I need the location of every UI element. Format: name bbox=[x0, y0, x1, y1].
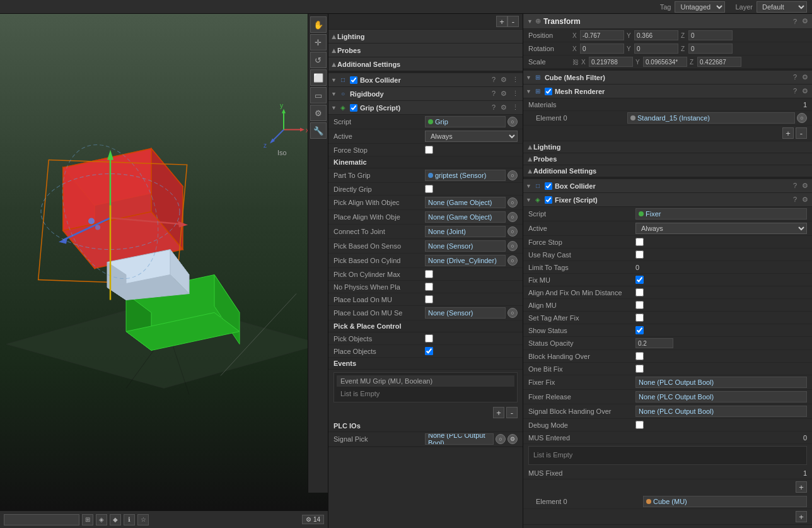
place-align-picker[interactable]: ○ bbox=[508, 212, 518, 222]
tool-rect[interactable]: ▭ bbox=[310, 87, 327, 103]
transform-menu[interactable]: ⚙ bbox=[802, 17, 808, 25]
mesh-renderer-settings[interactable]: ⚙ bbox=[801, 87, 809, 95]
box-collider-settings[interactable]: ⚙ bbox=[499, 76, 508, 84]
place-load-sensor-picker[interactable]: ○ bbox=[508, 308, 518, 318]
no-physics-checkbox[interactable] bbox=[425, 283, 433, 291]
grip-menu[interactable]: ⋮ bbox=[511, 103, 520, 112]
part-to-grip-ref[interactable]: griptest (Sensor) bbox=[425, 170, 506, 181]
box-collider-checkbox[interactable] bbox=[350, 76, 357, 84]
block-handing-checkbox[interactable] bbox=[635, 352, 644, 360]
fixer-release-ref[interactable]: None (PLC Output Bool) bbox=[635, 391, 807, 402]
fixer-settings[interactable]: ⚙ bbox=[801, 196, 809, 204]
fixer-script-header[interactable]: ▼ ◈ Fixer (Script) ? ⚙ bbox=[523, 193, 812, 207]
place-align-ref[interactable]: None (Game Object) bbox=[425, 211, 506, 223]
viewport-icon-3[interactable]: ◆ bbox=[110, 514, 121, 525]
position-z-input[interactable] bbox=[688, 30, 733, 40]
fixer-script-ref[interactable]: Fixer bbox=[635, 208, 807, 220]
pick-cylinder-picker[interactable]: ○ bbox=[508, 255, 518, 266]
pick-cyl-max-checkbox[interactable] bbox=[425, 270, 433, 278]
mesh-element0-picker[interactable]: ○ bbox=[797, 113, 807, 123]
tool-move[interactable]: ✛ bbox=[310, 34, 327, 50]
pick-objects-checkbox[interactable] bbox=[425, 334, 433, 343]
events-remove-btn[interactable]: - bbox=[506, 407, 518, 418]
position-y-input[interactable] bbox=[634, 30, 678, 40]
right-lighting-header[interactable]: ▶ Lighting bbox=[523, 141, 812, 153]
mus-fixed-remove-btn[interactable]: + bbox=[796, 511, 807, 522]
viewport-icon-1[interactable]: ⊞ bbox=[82, 514, 93, 525]
viewport-search[interactable] bbox=[4, 514, 79, 525]
transform-help[interactable]: ? bbox=[793, 18, 797, 25]
rotation-z-input[interactable] bbox=[688, 44, 733, 54]
cube-mesh-filter-header[interactable]: ▼ ⊞ Cube (Mesh Filter) ? ⚙ bbox=[523, 71, 812, 85]
mesh-renderer-help[interactable]: ? bbox=[792, 87, 798, 95]
fixer-ray-cast-checkbox[interactable] bbox=[635, 250, 644, 259]
connect-joint-picker[interactable]: ○ bbox=[508, 226, 518, 237]
fixer-help[interactable]: ? bbox=[792, 196, 798, 204]
position-x-input[interactable] bbox=[580, 30, 624, 40]
pick-align-picker[interactable]: ○ bbox=[508, 197, 518, 208]
tool-scale[interactable]: ⬜ bbox=[310, 69, 327, 86]
grip-script-picker[interactable]: ○ bbox=[508, 117, 518, 127]
tool-hand[interactable]: ✋ bbox=[310, 16, 327, 33]
mesh-renderer-checkbox[interactable] bbox=[545, 88, 552, 95]
one-bit-fix-checkbox[interactable] bbox=[635, 365, 644, 373]
cube-mf-settings[interactable]: ⚙ bbox=[801, 73, 809, 81]
connect-joint-ref[interactable]: None (Joint) bbox=[425, 226, 506, 237]
tool-custom[interactable]: 🔧 bbox=[310, 122, 327, 139]
box-collider-help[interactable]: ? bbox=[490, 76, 497, 84]
right-bc-help[interactable]: ? bbox=[792, 182, 798, 190]
grip-script-ref[interactable]: Grip bbox=[425, 116, 506, 127]
right-box-collider-header[interactable]: ▼ □ Box Collider ? ⚙ bbox=[523, 179, 812, 193]
cube-mf-help[interactable]: ? bbox=[792, 73, 798, 81]
rigidbody-menu[interactable]: ⋮ bbox=[511, 90, 520, 98]
mesh-renderer-header[interactable]: ▼ ⊞ Mesh Renderer ? ⚙ bbox=[523, 85, 812, 98]
scale-link-icon[interactable]: ⛓ bbox=[572, 59, 579, 66]
right-additional-header[interactable]: ▶ Additional Settings bbox=[523, 165, 812, 177]
right-probes-header[interactable]: ▶ Probes bbox=[523, 153, 812, 165]
layer-dropdown[interactable]: Default bbox=[757, 1, 807, 13]
align-mu-checkbox[interactable] bbox=[635, 301, 644, 309]
remove-component-btn[interactable]: - bbox=[508, 16, 519, 27]
directly-grip-checkbox[interactable] bbox=[425, 185, 433, 193]
scale-z-input[interactable] bbox=[697, 57, 741, 67]
right-bc-settings[interactable]: ⚙ bbox=[801, 182, 809, 190]
status-opacity-input[interactable] bbox=[635, 338, 673, 348]
rotation-y-input[interactable] bbox=[634, 44, 678, 54]
rigidbody-header[interactable]: ▼ ○ Rigidbody ? ⚙ ⋮ bbox=[328, 87, 523, 101]
fixer-active-dropdown[interactable]: Always bbox=[635, 223, 807, 234]
materials-add-btn[interactable]: + bbox=[782, 127, 794, 139]
grip-checkbox[interactable] bbox=[350, 104, 357, 112]
mesh-element0-ref[interactable]: Standard_15 (Instance) bbox=[627, 112, 795, 124]
lighting-header[interactable]: ▶ Lighting bbox=[328, 30, 523, 44]
rigidbody-help[interactable]: ? bbox=[490, 90, 497, 98]
grip-script-header[interactable]: ▼ ◈ Grip (Script) ? ⚙ ⋮ bbox=[328, 101, 523, 115]
events-add-btn[interactable]: + bbox=[493, 407, 504, 418]
box-collider-menu[interactable]: ⋮ bbox=[511, 76, 520, 84]
place-load-checkbox[interactable] bbox=[425, 295, 433, 303]
tool-transform[interactable]: ⚙ bbox=[310, 105, 327, 121]
additional-settings-header[interactable]: ▶ Additional Settings bbox=[328, 57, 523, 71]
part-to-grip-picker[interactable]: ○ bbox=[508, 170, 518, 180]
pick-align-ref[interactable]: None (Game Object) bbox=[425, 197, 506, 208]
align-fix-checkbox[interactable] bbox=[635, 288, 644, 296]
viewport-canvas[interactable]: x y z Iso ✋ ✛ ↺ ⬜ ▭ ⚙ 🔧 bbox=[0, 14, 328, 510]
fixer-force-stop-checkbox[interactable] bbox=[635, 238, 644, 246]
viewport-icon-4[interactable]: ℹ bbox=[124, 514, 135, 525]
probes-header[interactable]: ▶ Probes bbox=[328, 44, 523, 57]
show-status-checkbox[interactable] bbox=[635, 326, 644, 334]
debug-mode-checkbox[interactable] bbox=[635, 421, 644, 429]
signal-pick-ref[interactable]: None (PLC Output Bool) bbox=[425, 433, 494, 445]
grip-active-dropdown[interactable]: Always bbox=[425, 131, 518, 142]
tool-rotate[interactable]: ↺ bbox=[310, 52, 327, 68]
viewport-icon-5[interactable]: ☆ bbox=[137, 514, 149, 525]
grip-settings[interactable]: ⚙ bbox=[499, 103, 508, 112]
rigidbody-settings[interactable]: ⚙ bbox=[499, 90, 508, 98]
fix-mu-checkbox[interactable] bbox=[635, 276, 644, 284]
mus-fixed-add-btn[interactable]: + bbox=[796, 481, 807, 493]
fixer-fix-ref[interactable]: None (PLC Output Bool) bbox=[635, 377, 807, 388]
signal-pick-settings[interactable]: ⚙ bbox=[508, 434, 518, 444]
scale-y-input[interactable] bbox=[643, 57, 687, 67]
signal-pick-picker[interactable]: ○ bbox=[496, 434, 506, 444]
transform-header[interactable]: ▼ ⊕ Transform ? ⚙ bbox=[523, 14, 812, 29]
set-tag-checkbox[interactable] bbox=[635, 314, 644, 322]
